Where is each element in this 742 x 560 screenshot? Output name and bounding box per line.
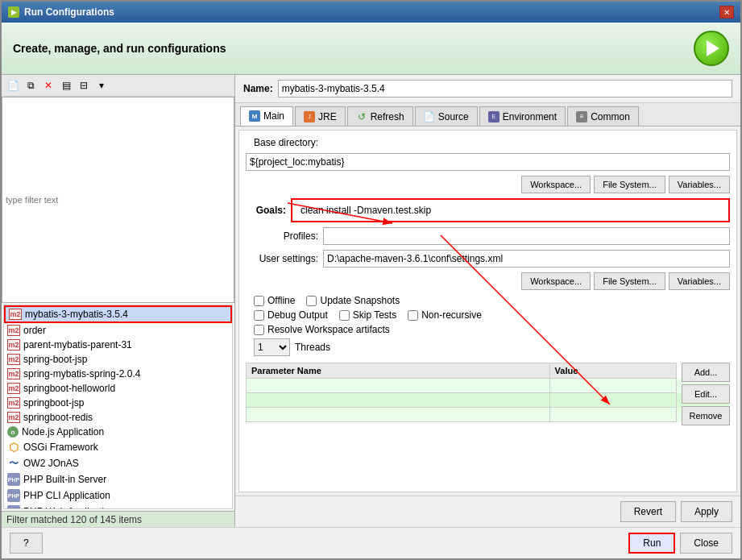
tree-item-springboot-redis[interactable]: m2 springboot-redis — [4, 410, 232, 425]
tab-main-label: Main — [263, 110, 284, 122]
checkbox-row-2: Debug Output Skip Tests Non-recursive — [246, 309, 730, 321]
tree-item-order[interactable]: m2 order — [4, 323, 232, 338]
collapse-button[interactable]: ⊟ — [76, 77, 92, 93]
base-directory-input[interactable] — [246, 153, 730, 171]
table-buttons: Add... Edit... Remove — [682, 363, 730, 425]
close-button[interactable]: Close — [680, 533, 732, 554]
apply-button[interactable]: Apply — [681, 501, 732, 522]
tab-bar: M Main J JRE ↺ Refresh 📄 Source E Env — [235, 103, 740, 127]
remove-button[interactable]: Remove — [682, 406, 730, 425]
tree-item-label: mybatis-3-mybatis-3.5.4 — [25, 309, 128, 320]
revert-button[interactable]: Revert — [620, 501, 676, 522]
env-tab-icon: E — [488, 111, 500, 122]
resolve-workspace-checkbox[interactable] — [254, 325, 264, 335]
skip-tests-checkbox[interactable] — [339, 310, 350, 321]
status-text: Filter matched 120 of 145 items — [6, 514, 142, 525]
param-value-header: Value — [549, 363, 676, 379]
filter-button[interactable]: ▤ — [58, 77, 74, 93]
base-directory-row: Base directory: — [246, 137, 730, 148]
tab-main[interactable]: M Main — [240, 106, 293, 126]
threads-select[interactable]: 1 — [254, 338, 290, 356]
m2-icon: m2 — [7, 397, 20, 409]
goals-label: Goals: — [246, 205, 286, 216]
run-triangle-icon — [707, 40, 719, 56]
tree-item-label: springboot-jsp — [23, 397, 84, 409]
tree-item-spring-boot-jsp[interactable]: m2 spring-boot-jsp — [4, 352, 232, 367]
tree-item-jonas[interactable]: 〜 OW2 JOnAS — [4, 455, 232, 471]
file-system-button-2[interactable]: File System... — [594, 272, 665, 290]
param-name-header: Parameter Name — [247, 363, 550, 379]
tree-item-parent-mybatis[interactable]: m2 parent-mybatis-parent-31 — [4, 338, 232, 352]
debug-output-label: Debug Output — [267, 309, 328, 321]
tab-refresh[interactable]: ↺ Refresh — [347, 106, 413, 126]
workspace-button-2[interactable]: Workspace... — [521, 272, 591, 290]
m2-icon: m2 — [7, 325, 20, 336]
threads-row: 1 Threads — [246, 338, 730, 356]
tab-jre[interactable]: J JRE — [295, 106, 346, 126]
tree-item-label: PHP CLI Application — [23, 490, 110, 501]
run-action-button[interactable]: Run — [628, 533, 675, 554]
m2-icon: m2 — [7, 412, 20, 423]
profiles-row: Profiles: — [246, 227, 730, 245]
tree-item-label: spring-mybatis-spring-2.0.4 — [23, 368, 140, 380]
m2-icon: m2 — [7, 354, 20, 365]
tab-common[interactable]: ≡ Common — [567, 106, 639, 126]
tree-item-php-cli[interactable]: PHP PHP CLI Application — [4, 487, 232, 504]
tree-item-label: order — [23, 325, 46, 336]
param-name-cell — [247, 379, 550, 393]
name-label: Name: — [243, 83, 273, 94]
param-name-cell — [247, 408, 550, 422]
goals-input[interactable] — [297, 201, 723, 219]
config-tree[interactable]: m2 mybatis-3-mybatis-3.5.4 m2 order m2 p… — [3, 305, 233, 509]
non-recursive-checkbox[interactable] — [408, 310, 418, 321]
param-name-cell — [247, 393, 550, 408]
debug-output-checkbox[interactable] — [254, 310, 264, 321]
tree-item-label: OW2 JOnAS — [23, 458, 79, 469]
help-button[interactable]: ? — [10, 533, 43, 554]
duplicate-button[interactable]: ⧉ — [23, 77, 39, 93]
tree-item-label: springboot-helloworld — [23, 383, 115, 394]
param-value-cell — [549, 393, 676, 408]
update-snapshots-checkbox[interactable] — [306, 296, 317, 306]
name-input[interactable] — [278, 80, 732, 97]
table-row — [247, 393, 730, 408]
main-tab-icon: M — [249, 110, 260, 122]
tree-item-osgi[interactable]: ⬡ OSGi Framework — [4, 439, 232, 455]
variables-button-2[interactable]: Variables... — [669, 272, 730, 290]
delete-button[interactable]: ✕ — [40, 77, 56, 93]
edit-button[interactable]: Edit... — [682, 384, 730, 404]
tab-environment[interactable]: E Environment — [479, 106, 566, 126]
close-icon[interactable]: ✕ — [719, 6, 734, 19]
tree-item-php-web[interactable]: PHP PHP Web Application — [4, 504, 232, 509]
base-directory-label: Base directory: — [246, 137, 318, 148]
tree-item-mybatis[interactable]: m2 mybatis-3-mybatis-3.5.4 — [4, 305, 232, 323]
title-bar-icon: ▶ — [8, 6, 19, 18]
resolve-workspace-label: Resolve Workspace artifacts — [267, 324, 390, 335]
source-tab-icon: 📄 — [424, 111, 435, 122]
tree-item-label: OSGi Framework — [23, 442, 98, 453]
file-system-button-1[interactable]: File System... — [594, 176, 665, 193]
workspace-button-1[interactable]: Workspace... — [521, 176, 591, 193]
filter-input[interactable] — [2, 97, 234, 303]
skip-tests-label: Skip Tests — [353, 309, 396, 321]
dialog-footer: ? Run Close — [2, 527, 740, 558]
profiles-input[interactable] — [323, 227, 730, 245]
profiles-label: Profiles: — [246, 230, 318, 242]
run-button[interactable] — [694, 31, 729, 66]
tree-item-nodejs[interactable]: n Node.js Application — [4, 425, 232, 439]
tree-item-php-builtin[interactable]: PHP PHP Built-in Server — [4, 471, 232, 487]
variables-button-1[interactable]: Variables... — [669, 176, 730, 193]
tab-source[interactable]: 📄 Source — [415, 106, 478, 126]
tree-item-spring-mybatis[interactable]: m2 spring-mybatis-spring-2.0.4 — [4, 367, 232, 381]
user-settings-input[interactable] — [323, 250, 730, 268]
new-config-button[interactable]: 📄 — [5, 77, 21, 93]
tab-source-label: Source — [438, 111, 469, 122]
menu-button[interactable]: ▾ — [93, 77, 110, 93]
offline-label: Offline — [267, 295, 295, 306]
checkbox-row-3: Resolve Workspace artifacts — [246, 324, 730, 335]
tree-item-springboot-helloworld[interactable]: m2 springboot-helloworld — [4, 381, 232, 396]
add-button[interactable]: Add... — [682, 363, 730, 382]
tree-item-springboot-jsp[interactable]: m2 springboot-jsp — [4, 396, 232, 410]
update-snapshots-checkbox-item: Update Snapshots — [306, 295, 400, 306]
offline-checkbox[interactable] — [254, 296, 264, 306]
